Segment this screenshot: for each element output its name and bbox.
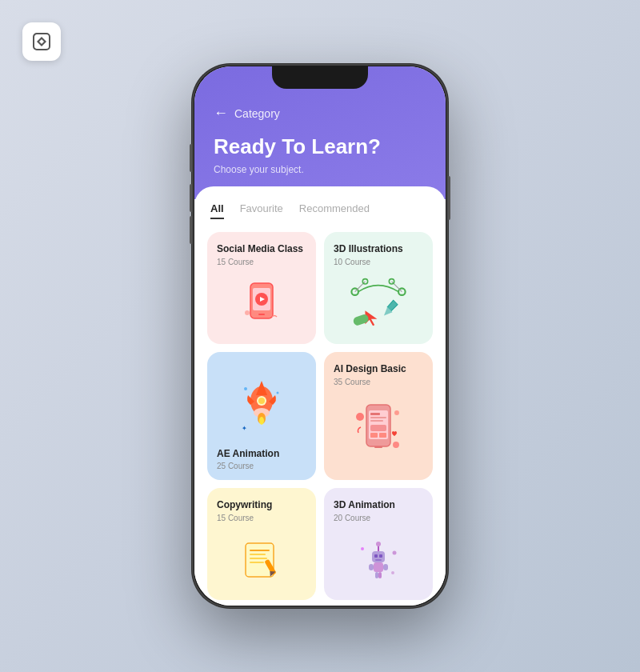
card-subtitle: 20 Course — [334, 514, 423, 522]
svg-rect-32 — [374, 446, 382, 448]
svg-rect-47 — [374, 562, 383, 572]
nav-back-row[interactable]: ← Category — [214, 105, 426, 122]
card-subtitle: 35 Course — [334, 378, 423, 386]
card-subtitle: 15 Course — [217, 258, 306, 266]
svg-point-53 — [376, 542, 381, 546]
svg-rect-39 — [250, 558, 267, 559]
svg-point-55 — [393, 550, 397, 554]
card-illustration — [217, 527, 306, 590]
page-title: Ready To Learn? — [214, 134, 426, 159]
svg-rect-48 — [369, 564, 374, 570]
tab-recommended[interactable]: Recommended — [299, 202, 370, 219]
card-title: Social Media Class — [217, 243, 306, 256]
card-title: Copywriting — [217, 499, 306, 512]
tab-favourite[interactable]: Favourite — [240, 202, 283, 219]
svg-rect-50 — [375, 572, 378, 578]
svg-rect-30 — [370, 433, 378, 438]
card-illustration — [217, 271, 306, 334]
svg-rect-36 — [246, 543, 274, 577]
svg-rect-45 — [379, 554, 382, 558]
svg-point-22 — [277, 392, 279, 394]
svg-rect-51 — [378, 572, 382, 578]
svg-rect-27 — [370, 417, 386, 418]
card-subtitle: 15 Course — [217, 514, 306, 522]
svg-point-12 — [389, 279, 394, 284]
back-arrow-icon[interactable]: ← — [214, 105, 228, 122]
card-illustration: ✦ — [217, 363, 306, 442]
svg-point-56 — [391, 571, 394, 574]
course-card-ai-design[interactable]: AI Design Basic 35 Course — [324, 352, 433, 480]
course-card-3d-illustrations[interactable]: 3D Illustrations 10 Course — [324, 232, 433, 344]
content-area: All Favourite Recommended Social Media C… — [194, 186, 446, 606]
card-illustration — [334, 271, 423, 334]
svg-point-33 — [356, 413, 364, 421]
app-logo — [22, 22, 61, 61]
course-card-3d-animation[interactable]: 3D Animation 20 Course — [324, 488, 433, 600]
phone-frame: ← Category Ready To Learn? Choose your s… — [192, 64, 448, 608]
tab-all[interactable]: All — [210, 202, 224, 219]
card-title: 3D Illustrations — [334, 243, 423, 256]
svg-point-6 — [245, 310, 250, 315]
svg-point-11 — [362, 279, 367, 284]
svg-rect-26 — [370, 413, 380, 415]
svg-point-21 — [244, 387, 247, 390]
svg-point-35 — [393, 442, 399, 448]
svg-point-34 — [394, 410, 399, 415]
svg-text:✦: ✦ — [242, 425, 247, 432]
page-subtitle: Choose your subject. — [214, 164, 426, 175]
svg-rect-28 — [370, 420, 383, 422]
svg-rect-40 — [250, 562, 264, 563]
svg-point-20 — [259, 417, 264, 425]
svg-point-18 — [258, 398, 265, 404]
svg-rect-44 — [374, 554, 378, 558]
svg-rect-46 — [375, 559, 382, 561]
card-illustration — [334, 527, 423, 590]
card-illustration — [334, 391, 423, 470]
phone-notch — [272, 66, 368, 89]
svg-rect-37 — [250, 550, 270, 551]
nav-category-label: Category — [234, 107, 280, 120]
tab-bar: All Favourite Recommended — [207, 202, 433, 219]
card-title: 3D Animation — [334, 499, 423, 512]
course-card-ae-animation[interactable]: ✦ AE Animation 25 Course — [207, 352, 316, 480]
card-subtitle: 25 Course — [217, 462, 306, 470]
svg-rect-49 — [383, 564, 388, 570]
course-card-social-media[interactable]: Social Media Class 15 Course — [207, 232, 316, 344]
logo-corner — [22, 22, 61, 61]
svg-rect-5 — [258, 314, 265, 315]
card-subtitle: 10 Course — [334, 258, 423, 266]
svg-rect-31 — [379, 433, 386, 438]
svg-rect-38 — [250, 554, 266, 555]
card-title: AE Animation — [217, 448, 306, 461]
phone-screen: ← Category Ready To Learn? Choose your s… — [194, 66, 446, 606]
course-grid: Social Media Class 15 Course — [207, 232, 433, 600]
course-card-copywriting[interactable]: Copywriting 15 Course — [207, 488, 316, 600]
svg-rect-29 — [370, 425, 386, 431]
card-title: AI Design Basic — [334, 363, 423, 376]
svg-point-54 — [361, 547, 364, 550]
